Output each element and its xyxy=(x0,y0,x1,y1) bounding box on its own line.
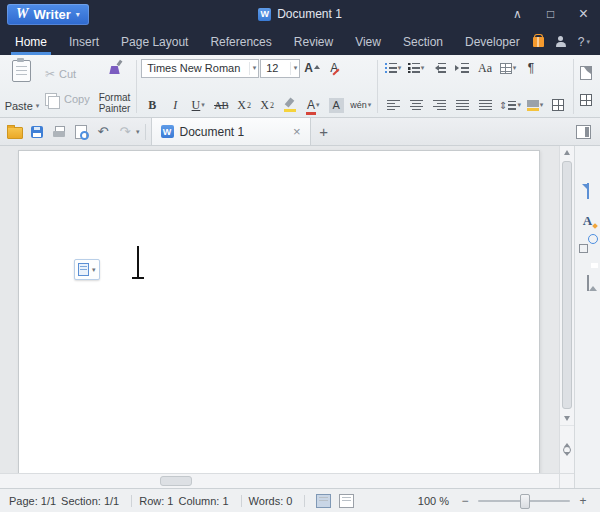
titlebar-document-title: W Document 1 xyxy=(120,0,480,28)
distribute-button[interactable] xyxy=(474,95,496,115)
zoom-level-label[interactable]: 100 % xyxy=(418,495,449,507)
minimize-button[interactable]: ∧ xyxy=(501,0,534,28)
horizontal-scrollbar-thumb[interactable] xyxy=(160,476,192,486)
zoom-slider[interactable] xyxy=(478,500,570,502)
ribbon-tab-page-layout[interactable]: Page Layout xyxy=(110,28,199,55)
maximize-button[interactable]: □ xyxy=(534,0,567,28)
premium-gift-icon[interactable] xyxy=(533,37,544,47)
increase-indent-button[interactable] xyxy=(451,58,473,78)
undo-button[interactable]: ↶ xyxy=(93,121,113,143)
writer-window: W Writer ▾ W Document 1 ∧ □ × Home Inser… xyxy=(0,0,600,512)
numbered-list-icon xyxy=(408,63,420,73)
cut-button[interactable]: ✂ Cut xyxy=(41,66,94,82)
format-painter-button[interactable]: Format Painter xyxy=(95,57,135,116)
document-page[interactable]: ▾ xyxy=(18,150,540,473)
shading-color-button[interactable]: ▾ xyxy=(524,95,546,115)
font-family-combobox[interactable]: Times New Roman ▾ xyxy=(141,59,259,78)
help-button[interactable]: ? ▾ xyxy=(578,35,590,49)
superscript-button[interactable]: X2 xyxy=(233,95,255,115)
bullets-button[interactable]: ▾ xyxy=(382,58,404,78)
account-user-icon[interactable] xyxy=(555,36,567,47)
sidebar-styles-button[interactable]: A xyxy=(583,214,592,228)
new-tab-button[interactable]: + xyxy=(311,118,337,145)
vertical-scrollbar[interactable] xyxy=(559,146,574,473)
character-shading-button[interactable]: A xyxy=(325,95,347,115)
align-center-button[interactable] xyxy=(405,95,427,115)
align-right-button[interactable] xyxy=(428,95,450,115)
copy-button[interactable]: Copy xyxy=(41,92,94,107)
page-corner-arrow-icon xyxy=(580,66,592,80)
next-page-button[interactable] xyxy=(564,456,570,470)
increase-font-size-button[interactable]: A xyxy=(301,58,323,78)
text-cursor-tick xyxy=(132,277,144,279)
strikethrough-button[interactable]: AB xyxy=(210,95,232,115)
scroll-down-button[interactable] xyxy=(560,411,574,425)
close-tab-icon[interactable]: × xyxy=(269,124,301,139)
print-preview-button[interactable] xyxy=(71,121,91,143)
line-spacing-button[interactable]: ⇕ ▾ xyxy=(497,95,523,115)
group-separator xyxy=(136,60,137,113)
print-button[interactable] xyxy=(49,121,69,143)
align-left-icon xyxy=(387,100,400,111)
section-indicator[interactable]: Section: 1/1 xyxy=(61,495,119,507)
close-button[interactable]: × xyxy=(567,0,600,28)
column-indicator[interactable]: Column: 1 xyxy=(178,495,228,507)
document-tab-icon: W xyxy=(161,125,174,138)
task-pane-button[interactable] xyxy=(576,63,596,83)
ribbon-tab-insert[interactable]: Insert xyxy=(58,28,110,55)
paintbrush-icon xyxy=(107,60,122,74)
page-indicator[interactable]: Page: 1/1 xyxy=(9,495,56,507)
row-indicator[interactable]: Row: 1 xyxy=(139,495,173,507)
open-button[interactable] xyxy=(5,121,25,143)
ribbon-tab-home[interactable]: Home xyxy=(4,28,58,55)
align-left-button[interactable] xyxy=(382,95,404,115)
ribbon-tab-section[interactable]: Section xyxy=(392,28,454,55)
sidebar-toggle-icon[interactable] xyxy=(576,125,591,139)
paste-options-button[interactable]: ▾ xyxy=(74,259,100,280)
web-layout-view-button[interactable] xyxy=(339,494,354,508)
vertical-scrollbar-thumb[interactable] xyxy=(562,161,572,409)
subscript-button[interactable]: X2 xyxy=(256,95,278,115)
ribbon-tab-view[interactable]: View xyxy=(344,28,392,55)
undo-history-caret[interactable]: ▾ xyxy=(136,128,140,136)
previous-page-button[interactable] xyxy=(564,429,570,443)
justify-button[interactable] xyxy=(451,95,473,115)
paste-button[interactable]: Paste ▾ xyxy=(4,57,40,116)
document-canvas[interactable]: ▾ xyxy=(0,146,559,473)
redo-button[interactable]: ↷ xyxy=(115,121,135,143)
zoom-out-button[interactable]: − xyxy=(457,493,473,509)
format-painter-label-line2: Painter xyxy=(99,103,131,114)
paragraph-group: ▾ ▾ Aa ▾ ¶ xyxy=(380,57,571,116)
print-layout-view-button[interactable] xyxy=(316,494,331,508)
save-button[interactable] xyxy=(27,121,47,143)
phonetic-guide-button[interactable]: wén ▾ xyxy=(348,95,373,115)
ribbon-layout-button[interactable] xyxy=(576,90,596,110)
font-color-button[interactable]: A ▾ xyxy=(302,95,324,115)
zoom-slider-handle[interactable] xyxy=(520,494,530,509)
bold-button[interactable]: B xyxy=(141,95,163,115)
word-count[interactable]: Words: 0 xyxy=(249,495,293,507)
decrease-indent-button[interactable] xyxy=(428,58,450,78)
font-size-combobox[interactable]: 12 ▾ xyxy=(260,59,300,78)
highlight-color-button[interactable] xyxy=(279,95,301,115)
insert-table-button[interactable]: ▾ xyxy=(497,58,519,78)
sidebar-image-button[interactable] xyxy=(587,276,589,290)
sidebar-document-button[interactable] xyxy=(587,184,589,198)
horizontal-scrollbar[interactable] xyxy=(0,473,559,488)
italic-button[interactable]: I xyxy=(164,95,186,115)
numbering-button[interactable]: ▾ xyxy=(405,58,427,78)
change-case-button[interactable]: Aa xyxy=(474,58,496,78)
ribbon-tab-references[interactable]: References xyxy=(199,28,282,55)
document-tab[interactable]: W Document 1 × xyxy=(151,118,311,145)
writer-app-button[interactable]: W Writer ▾ xyxy=(7,4,89,25)
borders-button[interactable] xyxy=(547,95,569,115)
clear-formatting-button[interactable]: A xyxy=(324,58,346,78)
ribbon-tab-developer[interactable]: Developer xyxy=(454,28,531,55)
scroll-up-button[interactable] xyxy=(560,146,574,160)
zoom-in-button[interactable]: + xyxy=(575,493,591,509)
ribbon-tab-review[interactable]: Review xyxy=(283,28,344,55)
underline-button[interactable]: U ▾ xyxy=(187,95,209,115)
show-formatting-marks-button[interactable]: ¶ xyxy=(520,58,542,78)
indent-icon xyxy=(455,63,469,73)
status-bar: Page: 1/1 Section: 1/1 Row: 1 Column: 1 … xyxy=(0,488,600,512)
